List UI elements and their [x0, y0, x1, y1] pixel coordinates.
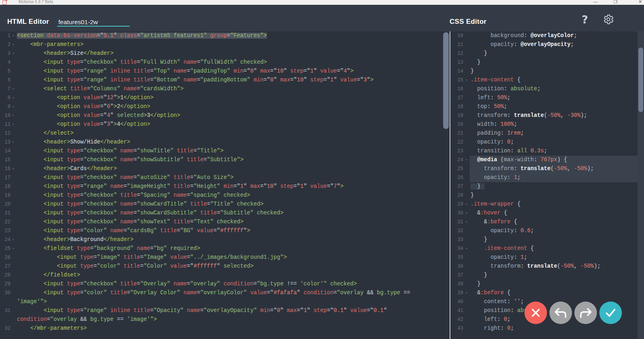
confirm-button[interactable]	[599, 302, 622, 324]
code-line[interactable]: 37 }	[450, 271, 638, 280]
fold-arrow-icon[interactable]: ▾	[10, 111, 16, 120]
minimize-button[interactable]: —	[593, 0, 598, 4]
fold-arrow-icon[interactable]: ▾	[463, 200, 470, 209]
code-line[interactable]: 1▾<section data-bs-version="5.1" class="…	[0, 31, 450, 40]
code-line[interactable]: 3▾ <header>Size</header>	[0, 49, 450, 58]
code-line[interactable]: 16 position: absolute;	[450, 85, 638, 94]
code-line[interactable]: 34▾ .item-content {	[450, 244, 638, 253]
code-line[interactable]: 43 right: 0;	[450, 324, 638, 333]
code-line[interactable]: 35 opacity: 1;	[450, 253, 638, 262]
code-line[interactable]: 16▾ <header>Cards</header>	[0, 164, 450, 173]
code-line[interactable]: 23 <input type="color" name="cardsBg" ti…	[0, 227, 450, 235]
code-line[interactable]: 33 }	[450, 235, 638, 244]
undo-button[interactable]	[549, 302, 572, 324]
code-line[interactable]: 28 </fieldset>	[0, 271, 450, 280]
fold-arrow-icon[interactable]: ▾	[10, 94, 16, 102]
code-line[interactable]: 26 opacity: 1;	[450, 173, 638, 182]
code-line[interactable]: 19 transform: translate(-50%, -30%);	[450, 111, 638, 120]
fold-arrow-icon[interactable]: ▾	[10, 40, 16, 49]
code-line[interactable]: 15 <input type="checkbox" name="showSubt…	[0, 156, 450, 164]
code-line[interactable]: 2▾ <mbr-parameters>	[0, 40, 450, 49]
code-line[interactable]: 28}	[450, 191, 638, 200]
code-line[interactable]: 13 }	[450, 58, 638, 67]
fold-arrow-icon[interactable]: ▾	[10, 244, 16, 253]
fold-arrow-icon[interactable]: ▾	[463, 76, 470, 85]
code-line[interactable]: 20 width: 100%;	[450, 120, 638, 129]
code-line[interactable]: 24▾ @media (max-width: 767px) {	[450, 156, 638, 164]
code-line[interactable]: 31 <input type="range" inline title="Opa…	[0, 306, 450, 315]
code-line[interactable]: 32 </mbr-parameters>	[0, 324, 450, 333]
fold-arrow-icon[interactable]: ▾	[10, 31, 16, 40]
code-line[interactable]: 8▾ <option value="12">1</option>	[0, 94, 450, 102]
code-line[interactable]: 32 opacity: 0.6;	[450, 227, 638, 235]
code-line[interactable]: 10 background: @overlayColor;	[450, 31, 638, 40]
code-line[interactable]: 12 }	[450, 49, 638, 58]
code-line[interactable]: 29▾.item-wrapper {	[450, 200, 638, 209]
tab-features01-2w[interactable]: features01-2w	[58, 19, 98, 26]
code-line[interactable]: 20 <input type="checkbox" name="showCard…	[0, 200, 450, 209]
code-line[interactable]: 30▾ &:hover {	[450, 209, 638, 218]
code-line[interactable]: 25▾ <fieldset type="background" name="bg…	[0, 244, 450, 253]
close-button[interactable]: ✕	[638, 0, 642, 4]
code-line[interactable]: 23 transition: all 0.3s;	[450, 147, 638, 156]
code-line[interactable]: 27 }	[450, 182, 638, 191]
html-editor-scrollbar-thumb[interactable]	[443, 32, 449, 129]
code-line[interactable]: 21 <input type="checkbox" name="showCard…	[0, 209, 450, 218]
code-line[interactable]: 31▾ &:before {	[450, 218, 638, 227]
code-line[interactable]: 26 <input type="image" title="Image" val…	[0, 253, 450, 262]
code-line[interactable]: 25 transform: translate(-50%, -50%);	[450, 164, 638, 173]
fold-arrow-icon[interactable]: ▾	[10, 138, 16, 147]
code-line[interactable]: 5 <input type="range" inline title="Top"…	[0, 67, 450, 76]
code-line[interactable]: 9▾ <option value="6">2</option>	[0, 102, 450, 111]
code-line[interactable]: 30 <input type="color" title="Overlay Co…	[0, 289, 450, 297]
code-line[interactable]: 22 <input type="checkbox" name="showText…	[0, 218, 450, 227]
code-line[interactable]: 12 </select>	[0, 129, 450, 138]
code-line[interactable]: 14}	[450, 67, 638, 76]
code-line[interactable]: 36 transform: translate(-50%, -50%);	[450, 262, 638, 271]
line-number: 24	[450, 156, 463, 164]
maximize-button[interactable]: ❐	[613, 0, 617, 4]
code-line[interactable]: 18 top: 50%;	[450, 102, 638, 111]
html-editor-pane[interactable]: 1▾<section data-bs-version="5.1" class="…	[0, 31, 450, 339]
code-line[interactable]: 10▾ <option value="4" selected>3</option…	[0, 111, 450, 120]
fold-arrow-icon[interactable]: ▾	[10, 102, 16, 111]
code-line[interactable]: 38 }	[450, 280, 638, 289]
fold-arrow-icon[interactable]: ▾	[463, 209, 470, 218]
code-line[interactable]: 22 opacity: 0;	[450, 138, 638, 147]
fold-arrow-icon[interactable]: ▾	[10, 164, 16, 173]
code-line[interactable]: 29 <input type="checkbox" title="Overlay…	[0, 280, 450, 289]
code-line[interactable]: 13▾ <header>Show/Hide</header>	[0, 138, 450, 147]
help-button[interactable]: ?	[578, 12, 592, 26]
code-line[interactable]: 19 <input type="checkbox" title="Spacing…	[0, 191, 450, 200]
fold-arrow-icon[interactable]: ▾	[10, 235, 16, 244]
code-line[interactable]: 17 left: 50%;	[450, 94, 638, 102]
code-line[interactable]: 17 <input type="checkbox" name="autoSize…	[0, 173, 450, 182]
code-line[interactable]: 'image'">	[0, 297, 450, 306]
code-line[interactable]: 21 padding: 1rem;	[450, 129, 638, 138]
code-line[interactable]: 27 <input type="color" title="Color" val…	[0, 262, 450, 271]
fold-spacer	[463, 147, 470, 156]
code-line[interactable]: 11▾ <option value="3">4</option>	[0, 120, 450, 129]
css-editor-pane[interactable]: 10 background: @overlayColor;11 opacity:…	[450, 31, 638, 339]
settings-button[interactable]	[601, 12, 615, 26]
fold-arrow-icon[interactable]: ▾	[463, 289, 470, 297]
code-line[interactable]: 15▾.item-content {	[450, 76, 638, 85]
fold-arrow-icon[interactable]: ▾	[10, 120, 16, 129]
code-line[interactable]: 4 <input type="checkbox" title="Full Wid…	[0, 58, 450, 67]
fold-arrow-icon[interactable]: ▾	[463, 156, 470, 164]
redo-button[interactable]	[574, 302, 597, 324]
code-line[interactable]: 11 opacity: @overlayOpacity;	[450, 40, 638, 49]
fold-arrow-icon[interactable]: ▾	[463, 244, 470, 253]
code-line[interactable]: 39▾ &:before {	[450, 289, 638, 297]
code-line[interactable]: 7▾ <select title="Columns" name="cardsWi…	[0, 85, 450, 94]
code-line[interactable]: condition="overlay && bg.type == 'image'…	[0, 315, 450, 324]
code-line[interactable]: 6 <input type="range" inline title="Bott…	[0, 76, 450, 85]
cancel-button[interactable]	[524, 302, 547, 324]
fold-arrow-icon[interactable]: ▾	[10, 49, 16, 58]
fold-arrow-icon[interactable]: ▾	[10, 85, 16, 94]
fold-arrow-icon[interactable]: ▾	[463, 218, 470, 227]
code-line[interactable]: 14 <input type="checkbox" name="showTitl…	[0, 147, 450, 156]
code-line[interactable]: 18 <input type="range" name="imageHeight…	[0, 182, 450, 191]
css-editor-scrollbar-thumb[interactable]	[638, 48, 643, 112]
code-line[interactable]: 24▾ <header>Background</header>	[0, 235, 450, 244]
